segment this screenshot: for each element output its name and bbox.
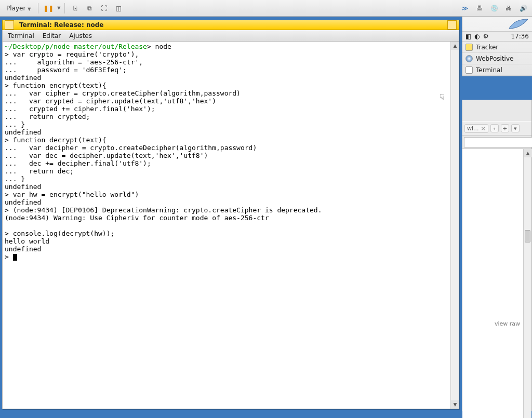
prompt-path: ~/Desktop/p/node-master/out/Release [5, 43, 147, 50]
player-menu[interactable]: Player ▼ [3, 4, 34, 13]
menu-editar[interactable]: Editar [43, 32, 61, 39]
close-icon[interactable]: × [481, 125, 486, 132]
tray-icon[interactable]: ◧ [466, 33, 471, 40]
menu-bar: Terminal Editar Ajustes [2, 30, 459, 42]
toolbar-collapse-icon[interactable]: ≫ [459, 3, 471, 14]
chevron-down-icon: ▼ [28, 7, 31, 11]
term-line: undefined [5, 128, 41, 136]
tab-label: wi... [467, 125, 479, 132]
pause-button[interactable]: ❚❚ [43, 3, 54, 14]
terminal-body: ~/Desktop/p/node-master/out/Release> nod… [2, 42, 459, 409]
menu-terminal[interactable]: Terminal [8, 32, 34, 39]
term-line: undefined [5, 183, 41, 191]
menu-ajustes[interactable]: Ajustes [69, 32, 92, 39]
prompt-cmd: > node [147, 43, 171, 50]
view-raw-link[interactable]: view raw [495, 320, 520, 327]
tab-strip: wi... × ‹ + ▾ [462, 121, 531, 136]
plus-icon: + [502, 125, 507, 132]
term-line: ... var decipher = crypto.createDecipher… [5, 144, 257, 152]
tab-menu-button[interactable]: ▾ [511, 124, 520, 132]
network-icon[interactable]: 🖧 [503, 3, 514, 14]
app-label: Terminal [476, 66, 502, 74]
deskbar-tray: ◧ ◐ ⚙ 17:36 [462, 31, 532, 42]
chevron-down-icon[interactable]: ▼ [57, 6, 60, 10]
unity-icon[interactable]: ◫ [113, 3, 124, 14]
term-line: > console.log(decrypt(hw)); [5, 230, 114, 237]
term-line: > [5, 253, 13, 261]
app-icon [466, 66, 473, 74]
term-line: ... return dec; [5, 167, 74, 175]
disc-icon[interactable]: 💿 [488, 3, 500, 14]
term-line: hello world [5, 237, 49, 245]
term-line: > var crypto = require('crypto'), [5, 50, 139, 58]
cursor-block [13, 254, 17, 261]
app-label: WebPositive [476, 55, 513, 62]
scroll-up-icon[interactable]: ▲ [524, 149, 532, 157]
tab[interactable]: wi... × [464, 124, 488, 133]
vm-player-toolbar: Player ▼ ❚❚ ▼ ⎘ ⧉ ⛶ ◫ ≫ 🖶 💿 🖧 🔊 [0, 0, 532, 17]
term-line: (node:9434) Warning: Use Cipheriv for co… [5, 214, 269, 222]
scrollbar-vertical[interactable]: ▲ ▼ [450, 42, 459, 409]
term-line: ... var cipher = crypto.createCipher(alg… [5, 89, 241, 97]
window-tab-icon[interactable] [447, 20, 457, 30]
deskbar-app-terminal[interactable]: Terminal [462, 64, 532, 76]
send-keys-icon[interactable]: ⎘ [69, 3, 81, 14]
deskbar-app-webpositive[interactable]: WebPositive [462, 53, 532, 64]
term-line: ... } [5, 120, 25, 128]
tray-icon[interactable]: ◐ [474, 33, 480, 40]
tray-icon[interactable]: ⚙ [483, 33, 489, 40]
term-line: ... } [5, 175, 25, 183]
scrollbar-vertical[interactable]: ▲ ▼ [523, 149, 531, 418]
titlebar[interactable]: Terminal: Release: node [2, 20, 459, 30]
term-line: ... var crypted = cipher.update(text,'ut… [5, 97, 216, 105]
scroll-up-icon[interactable]: ▲ [451, 42, 459, 50]
terminal-window[interactable]: Terminal: Release: node Terminal Editar … [2, 20, 459, 409]
printer-icon[interactable]: 🖶 [474, 3, 485, 14]
deskbar: ◧ ◐ ⚙ 17:36 Tracker WebPositive Terminal [462, 17, 532, 76]
sound-icon[interactable]: 🔊 [517, 3, 529, 14]
scroll-down-icon[interactable]: ▼ [451, 400, 459, 409]
toolbar-separator [38, 3, 38, 14]
term-line: > (node:9434) [DEP0106] DeprecationWarni… [5, 206, 322, 214]
term-line: undefined [5, 198, 41, 206]
fullscreen-icon[interactable]: ⛶ [98, 3, 110, 14]
tab-prev-button[interactable]: ‹ [490, 124, 499, 132]
term-line: > function decrypt(text){ [5, 136, 107, 144]
guest-desktop[interactable]: ◧ ◐ ⚙ 17:36 Tracker WebPositive Terminal… [0, 17, 532, 418]
close-button[interactable] [5, 20, 14, 30]
term-line: > var hw = encrypt("hello world") [5, 191, 139, 198]
terminal-output[interactable]: ~/Desktop/p/node-master/out/Release> nod… [3, 42, 450, 409]
app-icon [466, 55, 473, 62]
player-menu-label: Player [6, 5, 25, 12]
term-line: ... dec += decipher.final('utf8'); [5, 159, 151, 167]
term-line: ... algorithm = 'aes-256-ctr', [5, 58, 143, 66]
term-line: ... return crypted; [5, 113, 90, 120]
term-line: undefined [5, 74, 41, 82]
background-window[interactable]: wi... × ‹ + ▾ ↵ view raw ▲ ▼ [462, 100, 532, 411]
tab-new-button[interactable]: + [501, 124, 509, 132]
term-line: ... password = 'd6F3Efeq'; [5, 66, 127, 74]
app-label: Tracker [476, 44, 498, 51]
address-input[interactable] [464, 137, 532, 147]
app-icon [466, 44, 473, 51]
term-line: > function encrypt(text){ [5, 82, 107, 89]
page-content[interactable]: view raw ▲ ▼ [462, 149, 531, 418]
term-line: undefined [5, 245, 41, 253]
scroll-thumb[interactable] [525, 230, 530, 242]
deskbar-app-tracker[interactable]: Tracker [462, 42, 532, 53]
window-title: Terminal: Release: node [19, 21, 104, 29]
snapshot-icon[interactable]: ⧉ [84, 3, 95, 14]
clock[interactable]: 17:36 [511, 33, 529, 40]
toolbar-separator [64, 3, 65, 14]
deskbar-leaf[interactable] [462, 17, 532, 31]
address-bar: ↵ [462, 136, 531, 149]
term-line: ... var dec = decipher.update(text,'hex'… [5, 152, 208, 159]
term-line: ... crypted += cipher.final('hex'); [5, 105, 155, 113]
leaf-icon [508, 18, 529, 30]
